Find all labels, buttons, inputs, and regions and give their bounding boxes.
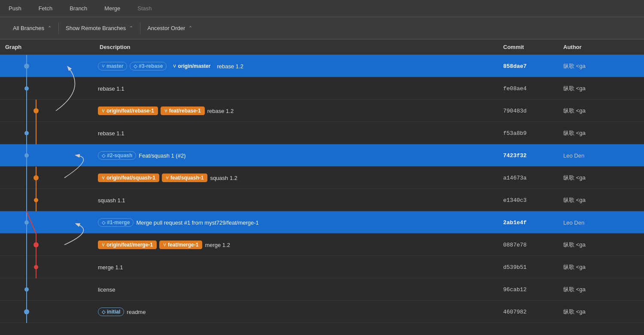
commit-hash: 2ab1e4f	[498, 219, 558, 226]
graph-cell	[0, 55, 94, 77]
graph-header: Graph	[0, 44, 94, 50]
commit-hash: 7423f32	[498, 152, 558, 159]
graph-cell	[0, 189, 94, 211]
description-header: Description	[94, 44, 498, 50]
graph-cell	[0, 167, 94, 189]
author-name: 纵歌 <ga	[558, 85, 644, 92]
commit-hash: 0887e78	[498, 242, 558, 248]
branch-badge: ◇ initial	[98, 308, 124, 316]
commit-description: rebase 1.2	[207, 108, 234, 114]
commit-hash: 858dae7	[498, 63, 558, 70]
commit-hash: 96cab12	[498, 286, 558, 293]
commit-hash: 790483d	[498, 108, 558, 114]
table-row[interactable]: merge 1.1d539b51纵歌 <ga	[0, 256, 644, 278]
graph-cell	[0, 256, 94, 278]
graph-cell	[0, 278, 94, 301]
description-cell: rebase 1.1	[94, 130, 498, 137]
branch-badge: ⑂ origin/feat/merge-1	[98, 241, 157, 249]
branch-badge: ◇ #2-squash	[98, 151, 136, 160]
commit-description: Merge pull request #1 from myst729/feat/…	[136, 219, 258, 226]
description-cell: ◇ #2-squashFeat/squash 1 (#2)	[94, 151, 498, 160]
commit-hash: fe08ae4	[498, 85, 558, 92]
commit-hash: 4607982	[498, 309, 558, 315]
description-cell: ◇ initialreadme	[94, 308, 498, 316]
table-row[interactable]: ⑂ master◇ #3-rebase⑂ origin/masterrebase…	[0, 55, 644, 77]
commit-hash: a14673a	[498, 175, 558, 181]
branch-badge: ⑂ feat/squash-1	[162, 174, 207, 182]
author-name: 纵歌 <ga	[558, 129, 644, 137]
commit-hash: f53a8b9	[498, 130, 558, 137]
branch-badge: ⑂ origin/feat/rebase-1	[98, 107, 158, 115]
description-cell: ⑂ master◇ #3-rebase⑂ origin/masterrebase…	[94, 62, 498, 70]
graph-cell	[0, 301, 94, 323]
table-row[interactable]: ◇ #2-squashFeat/squash 1 (#2)7423f32Leo …	[0, 144, 644, 167]
graph-cell	[0, 211, 94, 234]
branch-badge: ⑂ feat/rebase-1	[161, 107, 205, 115]
description-cell: merge 1.1	[94, 264, 498, 271]
commit-description: rebase 1.1	[98, 85, 124, 92]
table-row[interactable]: rebase 1.1fe08ae4纵歌 <ga	[0, 77, 644, 100]
ancestor-order-chevron: ⌃	[188, 25, 192, 31]
show-remote-chevron: ⌃	[129, 25, 133, 31]
all-branches-filter[interactable]: All Branches ⌃	[6, 22, 59, 34]
description-cell: ⑂ origin/feat/squash-1⑂ feat/squash-1squ…	[94, 174, 498, 182]
commit-list: ⑂ master◇ #3-rebase⑂ origin/masterrebase…	[0, 55, 644, 323]
author-name: 纵歌 <ga	[558, 107, 644, 115]
table-row[interactable]: ⑂ origin/feat/rebase-1⑂ feat/rebase-1reb…	[0, 100, 644, 122]
commit-hash: e1340c3	[498, 197, 558, 204]
commit-description: merge 1.2	[205, 242, 230, 248]
filter-bar: All Branches ⌃ Show Remote Branches ⌃ An…	[0, 17, 644, 40]
commit-description: rebase 1.2	[217, 63, 243, 70]
stash-button[interactable]: Stash	[133, 3, 156, 13]
branch-badge: ⑂ origin/feat/squash-1	[98, 174, 159, 182]
table-row[interactable]: license96cab12纵歌 <ga	[0, 278, 644, 301]
author-name: 纵歌 <ga	[558, 174, 644, 182]
branch-badge: ⑂ origin/master	[169, 62, 214, 70]
commit-description: merge 1.1	[98, 264, 123, 271]
graph-cell	[0, 144, 94, 167]
description-cell: ◇ #1-mergeMerge pull request #1 from mys…	[94, 218, 498, 227]
ancestor-order-filter[interactable]: Ancestor Order ⌃	[140, 22, 199, 34]
author-name: 纵歌 <ga	[558, 286, 644, 293]
branch-badge: ◇ #1-merge	[98, 218, 134, 227]
show-remote-label: Show Remote Branches	[66, 25, 126, 31]
description-cell: ⑂ origin/feat/merge-1⑂ feat/merge-1merge…	[94, 241, 498, 249]
all-branches-label: All Branches	[13, 25, 44, 31]
author-name: Leo Den	[558, 219, 644, 226]
all-branches-chevron: ⌃	[48, 25, 52, 31]
ancestor-order-label: Ancestor Order	[147, 25, 185, 31]
table-row[interactable]: ⑂ origin/feat/squash-1⑂ feat/squash-1squ…	[0, 167, 644, 189]
table-row[interactable]: ◇ #1-mergeMerge pull request #1 from mys…	[0, 211, 644, 234]
toolbar: Push Fetch Branch Merge Stash	[0, 0, 644, 17]
fetch-button[interactable]: Fetch	[34, 3, 57, 13]
table-row[interactable]: ⑂ origin/feat/merge-1⑂ feat/merge-1merge…	[0, 234, 644, 256]
graph-cell	[0, 234, 94, 256]
description-cell: rebase 1.1	[94, 85, 498, 92]
branch-badge: ⑂ feat/merge-1	[159, 241, 202, 249]
author-name: 纵歌 <ga	[558, 196, 644, 204]
branch-button[interactable]: Branch	[65, 3, 91, 13]
author-name: 纵歌 <ga	[558, 241, 644, 249]
graph-cell	[0, 100, 94, 122]
table-row[interactable]: squash 1.1e1340c3纵歌 <ga	[0, 189, 644, 211]
commit-description: rebase 1.1	[98, 130, 124, 137]
table-row[interactable]: rebase 1.1f53a8b9纵歌 <ga	[0, 122, 644, 144]
branch-badge: ◇ #3-rebase	[130, 62, 167, 70]
show-remote-filter[interactable]: Show Remote Branches ⌃	[59, 22, 140, 34]
column-headers: Graph Description Commit Author	[0, 40, 644, 55]
commit-description: readme	[127, 309, 146, 315]
branch-badge: ⑂ master	[98, 62, 127, 70]
table-row[interactable]: ◇ initialreadme4607982纵歌 <ga	[0, 301, 644, 323]
description-cell: ⑂ origin/feat/rebase-1⑂ feat/rebase-1reb…	[94, 107, 498, 115]
commit-hash: d539b51	[498, 264, 558, 271]
author-name: Leo Den	[558, 152, 644, 159]
description-cell: license	[94, 286, 498, 293]
commit-description: squash 1.1	[98, 197, 125, 204]
commit-rows: ⑂ master◇ #3-rebase⑂ origin/masterrebase…	[0, 55, 644, 323]
author-name: 纵歌 <ga	[558, 263, 644, 271]
author-name: 纵歌 <ga	[558, 62, 644, 70]
commit-description: Feat/squash 1 (#2)	[139, 152, 185, 159]
push-button[interactable]: Push	[4, 3, 26, 13]
author-name: 纵歌 <ga	[558, 308, 644, 316]
merge-button[interactable]: Merge	[100, 3, 125, 13]
